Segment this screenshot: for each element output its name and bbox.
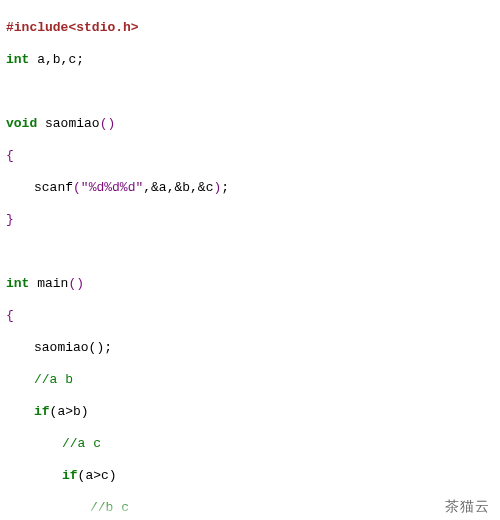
brace-open: { bbox=[6, 308, 14, 323]
blank-line bbox=[6, 244, 494, 260]
paren-close: ) bbox=[107, 116, 115, 131]
code-line: //a c bbox=[6, 436, 494, 452]
code-line: } bbox=[6, 212, 494, 228]
call-name: scanf bbox=[34, 180, 73, 195]
args: ,&a,&b,&c bbox=[143, 180, 213, 195]
brace-open: { bbox=[6, 148, 14, 163]
code-line: saomiao(); bbox=[6, 340, 494, 356]
comment: //a b bbox=[34, 372, 73, 387]
preprocessor: #include bbox=[6, 20, 68, 35]
keyword-void: void bbox=[6, 116, 37, 131]
code-line: if(a>b) bbox=[6, 404, 494, 420]
keyword-if: if bbox=[34, 404, 50, 419]
declaration: a,b,c; bbox=[29, 52, 84, 67]
blank-line bbox=[6, 84, 494, 100]
code-line: #include<stdio.h> bbox=[6, 20, 494, 36]
fade-overlay bbox=[0, 498, 500, 520]
func-name: saomiao bbox=[37, 116, 99, 131]
code-line: { bbox=[6, 308, 494, 324]
func-name: main bbox=[29, 276, 68, 291]
condition: (a>b) bbox=[50, 404, 89, 419]
paren-open: ( bbox=[73, 180, 81, 195]
code-line: int main() bbox=[6, 276, 494, 292]
watermark-text: 茶猫云 bbox=[445, 498, 490, 514]
code-line: //a b bbox=[6, 372, 494, 388]
code-block: #include<stdio.h> int a,b,c; void saomia… bbox=[0, 0, 500, 520]
include-target: <stdio.h> bbox=[68, 20, 138, 35]
string-literal: "%d%d%d" bbox=[81, 180, 143, 195]
keyword-if: if bbox=[62, 468, 78, 483]
semicolon: ; bbox=[221, 180, 229, 195]
call: saomiao(); bbox=[34, 340, 112, 355]
paren-close: ) bbox=[76, 276, 84, 291]
code-line: scanf("%d%d%d",&a,&b,&c); bbox=[6, 180, 494, 196]
code-line: if(a>c) bbox=[6, 468, 494, 484]
code-line: int a,b,c; bbox=[6, 52, 494, 68]
code-line: { bbox=[6, 148, 494, 164]
condition: (a>c) bbox=[78, 468, 117, 483]
code-line: void saomiao() bbox=[6, 116, 494, 132]
brace-close: } bbox=[6, 212, 14, 227]
keyword-int: int bbox=[6, 276, 29, 291]
keyword-int: int bbox=[6, 52, 29, 67]
comment: //a c bbox=[62, 436, 101, 451]
